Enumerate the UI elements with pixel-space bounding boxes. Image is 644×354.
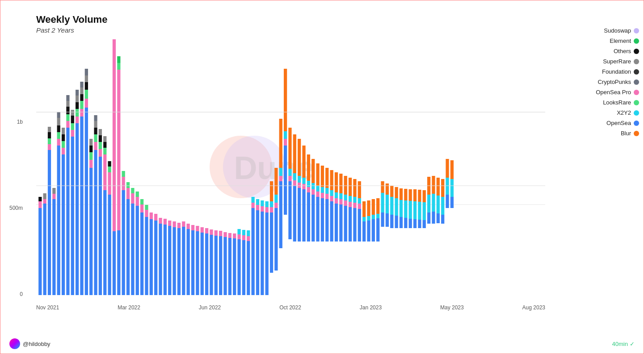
svg-rect-278 [409, 189, 412, 201]
svg-rect-294 [437, 213, 440, 223]
svg-rect-92 [126, 188, 130, 199]
svg-rect-229 [339, 174, 342, 193]
x-label-oct2022: Oct 2022 [279, 304, 301, 311]
svg-rect-208 [316, 186, 319, 192]
svg-rect-213 [321, 166, 324, 187]
svg-rect-60 [89, 139, 93, 146]
svg-rect-227 [339, 199, 342, 204]
svg-rect-218 [330, 201, 333, 242]
svg-rect-9 [48, 144, 51, 150]
svg-rect-303 [450, 197, 454, 208]
svg-rect-95 [131, 193, 134, 204]
svg-rect-149 [242, 230, 245, 235]
svg-rect-162 [265, 212, 269, 295]
svg-rect-210 [321, 198, 324, 242]
svg-rect-271 [400, 200, 403, 217]
svg-rect-265 [390, 197, 393, 215]
svg-rect-194 [302, 189, 305, 242]
svg-rect-144 [237, 239, 240, 295]
svg-rect-173 [279, 181, 282, 248]
svg-rect-76 [103, 136, 106, 142]
svg-rect-133 [210, 229, 213, 235]
svg-rect-288 [427, 212, 430, 224]
svg-rect-163 [265, 207, 269, 212]
svg-rect-66 [94, 115, 97, 121]
svg-rect-207 [316, 192, 319, 197]
svg-rect-150 [247, 241, 250, 295]
svg-rect-110 [159, 224, 162, 295]
svg-rect-270 [400, 217, 403, 228]
svg-rect-219 [330, 196, 333, 201]
svg-rect-277 [409, 201, 412, 219]
svg-rect-225 [335, 172, 338, 192]
svg-rect-120 [182, 227, 185, 295]
legend-item-others: Others [559, 48, 639, 54]
svg-rect-273 [404, 218, 407, 228]
svg-rect-127 [196, 226, 199, 231]
svg-rect-139 [223, 232, 227, 237]
svg-rect-30 [66, 107, 69, 114]
svg-rect-174 [279, 176, 282, 181]
svg-rect-198 [307, 192, 310, 242]
svg-rect-221 [330, 170, 333, 190]
svg-rect-140 [228, 238, 232, 295]
svg-rect-41 [76, 102, 79, 109]
svg-rect-57 [89, 160, 93, 168]
svg-rect-158 [256, 199, 259, 205]
author: @hildobby [9, 338, 51, 349]
svg-rect-141 [228, 233, 232, 238]
svg-rect-254 [372, 199, 375, 215]
legend-item-sudoswap: Sudoswap [559, 27, 639, 34]
x-axis: Nov 2021 Mar 2022 Jun 2022 Oct 2022 Jan … [36, 304, 545, 311]
svg-rect-113 [164, 219, 167, 225]
svg-rect-244 [358, 198, 361, 204]
svg-rect-256 [376, 214, 379, 218]
svg-rect-49 [80, 82, 83, 87]
svg-rect-25 [62, 134, 65, 141]
svg-rect-8 [48, 150, 51, 295]
svg-rect-291 [432, 212, 435, 224]
svg-rect-295 [437, 196, 440, 213]
svg-rect-304 [450, 179, 454, 197]
svg-rect-32 [66, 95, 69, 101]
refresh-badge: 40min ✓ [612, 341, 635, 347]
svg-rect-46 [80, 101, 83, 109]
svg-rect-88 [122, 190, 125, 295]
svg-rect-296 [437, 178, 440, 196]
svg-rect-132 [210, 235, 213, 295]
svg-rect-27 [66, 128, 69, 295]
svg-rect-15 [52, 188, 55, 194]
svg-rect-203 [311, 189, 315, 195]
svg-rect-192 [298, 176, 301, 183]
svg-rect-103 [145, 217, 148, 295]
svg-rect-56 [89, 168, 93, 295]
svg-rect-107 [150, 212, 153, 219]
svg-rect-297 [441, 215, 444, 224]
svg-rect-82 [113, 231, 116, 295]
svg-rect-128 [201, 233, 204, 295]
svg-rect-263 [386, 183, 389, 195]
svg-rect-145 [237, 234, 240, 239]
svg-rect-3 [38, 201, 42, 208]
svg-rect-2 [38, 208, 42, 295]
svg-rect-269 [395, 187, 398, 198]
svg-rect-200 [307, 181, 310, 187]
svg-rect-119 [177, 223, 181, 228]
svg-rect-172 [274, 168, 278, 195]
svg-rect-42 [76, 96, 79, 102]
svg-rect-45 [80, 109, 83, 117]
svg-rect-14 [52, 194, 55, 199]
svg-rect-122 [187, 229, 190, 295]
svg-rect-18 [57, 132, 60, 139]
svg-rect-38 [76, 123, 79, 295]
svg-rect-64 [94, 128, 97, 134]
svg-rect-190 [298, 188, 301, 242]
svg-rect-216 [325, 188, 328, 194]
svg-rect-199 [307, 187, 310, 192]
chart-area: Dune 1b 500m 0 [36, 38, 545, 297]
svg-rect-37 [71, 110, 74, 116]
svg-rect-146 [237, 229, 240, 234]
svg-rect-211 [321, 193, 324, 198]
svg-rect-258 [381, 212, 384, 227]
svg-rect-59 [89, 146, 93, 152]
